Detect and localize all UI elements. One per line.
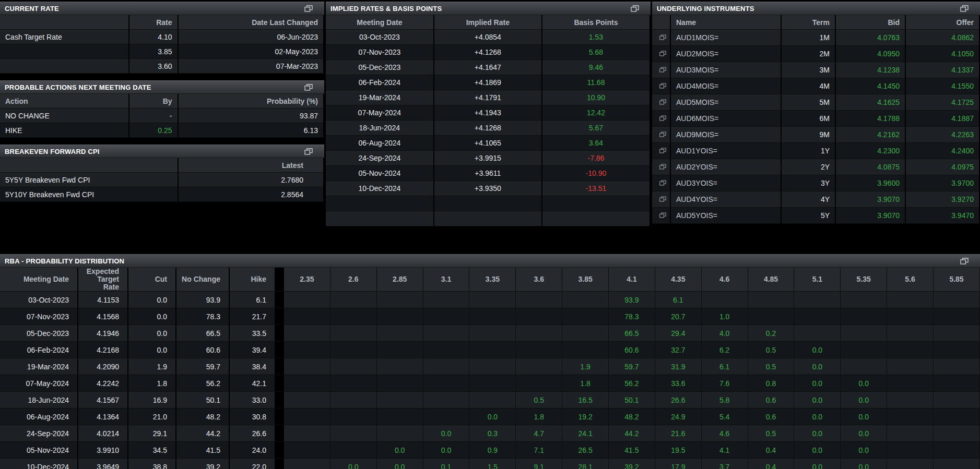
table-row[interactable]: AUD1MOIS=1M4.07634.0862: [652, 30, 980, 46]
cell-meeting_date: 03-Oct-2023: [326, 30, 434, 45]
cell-bucket: [516, 375, 562, 392]
table-row[interactable]: 05-Nov-2024+3.9611-10.90: [326, 166, 651, 181]
table-row[interactable]: 18-Jun-20244.156716.950.133.00.516.550.1…: [0, 392, 980, 408]
cell-bucket: [377, 358, 423, 375]
table-row[interactable]: 06-Feb-2024+4.186911.68: [326, 75, 651, 90]
rate-bucket-header: 4.35: [655, 268, 702, 292]
table-row[interactable]: 05-Dec-20234.19460.066.533.566.529.44.00…: [0, 325, 980, 342]
table-row[interactable]: AUD6MOIS=6M4.17884.1887: [652, 111, 980, 127]
table-row[interactable]: 10-Dec-2024+3.9350-13.51: [326, 181, 651, 196]
table-row[interactable]: AUD5YOIS=5Y3.90703.9470: [652, 208, 980, 224]
cell-bucket: [423, 292, 470, 308]
table-row[interactable]: 05-Nov-20243.991034.541.524.00.00.00.97.…: [0, 442, 980, 459]
table-row[interactable]: 07-May-20244.22421.856.242.11.856.233.67…: [0, 375, 980, 392]
cell-basis_points: -10.90: [542, 166, 651, 181]
popout-icon[interactable]: [659, 83, 666, 89]
table-row[interactable]: 3.8502-May-2023: [0, 44, 324, 59]
table-row[interactable]: 24-Sep-2024+3.9915-7.86: [326, 151, 651, 166]
popout-icon[interactable]: [659, 131, 666, 137]
table-row[interactable]: Cash Target Rate4.1006-Jun-2023: [0, 30, 324, 44]
cell-meeting_date: 06-Aug-2024: [326, 136, 434, 151]
cell-expected-target-rate: 4.0214: [78, 425, 128, 442]
column-header-expected-target-rate: Expected Target Rate: [78, 268, 128, 292]
table-row[interactable]: 18-Jun-2024+4.12685.67: [326, 121, 651, 136]
table-row[interactable]: 10-Dec-20243.964938.839.222.00.00.00.11.…: [0, 459, 980, 469]
cell-bucket: [284, 325, 330, 342]
cell-basis_points: 1.53: [542, 30, 651, 45]
table-row[interactable]: 3.6007-Mar-2023: [0, 59, 324, 74]
panel-header[interactable]: IMPLIED RATES & BASIS POINTS: [326, 2, 651, 15]
cell-expected-target-rate: 4.1153: [78, 292, 128, 308]
table-row[interactable]: NO CHANGE-93.87: [0, 109, 324, 123]
cell-bucket: 5.4: [702, 408, 748, 425]
panel-header[interactable]: CURRENT RATE: [0, 2, 324, 15]
popout-icon[interactable]: [659, 51, 666, 56]
cell-bucket: 0.9: [469, 442, 516, 459]
table-row[interactable]: 05-Dec-2023+4.16479.46: [326, 60, 651, 75]
table-row[interactable]: AUD2YOIS=2Y4.08754.0975: [652, 159, 980, 175]
table-row[interactable]: 07-Nov-20234.15680.078.321.778.320.71.0: [0, 308, 980, 325]
popout-icon[interactable]: [304, 5, 313, 12]
table-row[interactable]: 06-Aug-2024+4.10653.64: [326, 136, 651, 151]
cell-bucket: [934, 375, 980, 392]
popout-icon[interactable]: [659, 99, 666, 105]
cell-bucket: 66.5: [609, 325, 655, 342]
popout-icon[interactable]: [631, 5, 639, 12]
table-row[interactable]: AUD3YOIS=3Y3.96003.9700: [652, 175, 980, 191]
popout-icon[interactable]: [659, 148, 666, 153]
table-row[interactable]: AUD3MOIS=3M4.12384.1337: [652, 62, 980, 78]
cell-no-change: 60.6: [176, 342, 230, 358]
cell-basis_points: 3.64: [542, 136, 651, 151]
popout-icon[interactable]: [659, 67, 666, 73]
table-row[interactable]: 19-Mar-20244.20901.959.738.41.959.731.96…: [0, 358, 980, 375]
table-row[interactable]: AUD4YOIS=4Y3.90703.9270: [652, 191, 980, 208]
cell-offer: 3.9270: [906, 191, 980, 208]
panel-header[interactable]: PROBABLE ACTIONS NEXT MEETING DATE: [0, 80, 324, 94]
popout-icon[interactable]: [659, 180, 666, 186]
cell-name: AUD4YOIS=: [671, 191, 782, 208]
table-row[interactable]: 07-Nov-2023+4.12685.68: [326, 45, 651, 60]
cell-cut: 16.9: [128, 392, 176, 408]
cell-date_last_changed: 06-Jun-2023: [179, 30, 324, 44]
popout-icon[interactable]: [659, 196, 666, 202]
cell-term: 6M: [782, 111, 836, 127]
popout-icon[interactable]: [659, 34, 666, 40]
cell-bid: 4.1450: [836, 78, 906, 94]
panel-header[interactable]: BREAKEVEN FORWARD CPI: [0, 145, 324, 158]
cell-offer: 4.0975: [906, 159, 980, 175]
table-row[interactable]: 5Y10Y Breakeven Fwd CPI2.8564: [0, 187, 324, 202]
panel-header[interactable]: UNDERLYING INSTRUMENTS: [652, 2, 980, 15]
panel-header[interactable]: RBA - PROBABILITY DISTRIBUTION: [0, 254, 980, 268]
popout-icon[interactable]: [659, 212, 666, 218]
cell-no-change: 56.2: [176, 375, 230, 392]
popout-icon[interactable]: [659, 115, 666, 121]
column-header-meeting-date: Meeting Date: [0, 268, 78, 292]
table-row[interactable]: AUD4MOIS=4M4.14504.1550: [652, 78, 980, 94]
cell-implied_rate: +4.1065: [434, 136, 542, 151]
popout-icon[interactable]: [960, 258, 969, 264]
popout-icon[interactable]: [960, 5, 969, 12]
table-row[interactable]: 19-Mar-2024+4.179110.90: [326, 90, 651, 105]
cell-implied_rate: +4.1268: [434, 121, 542, 136]
popout-icon[interactable]: [304, 148, 313, 155]
popout-icon[interactable]: [659, 164, 666, 170]
table-row[interactable]: AUD2MOIS=2M4.09504.1050: [652, 46, 980, 62]
cell-meeting_date: 24-Sep-2024: [326, 151, 434, 166]
table-row[interactable]: AUD1YOIS=1Y4.23004.2400: [652, 143, 980, 159]
table-row[interactable]: HIKE0.256.13: [0, 123, 324, 138]
spacer-cell: [276, 442, 284, 459]
cell-meeting-date: 18-Jun-2024: [0, 392, 78, 408]
cell-basis_points: [542, 211, 651, 226]
table-row[interactable]: 03-Oct-20234.11530.093.96.193.96.1: [0, 292, 980, 308]
table-row[interactable]: 24-Sep-20244.021429.144.226.60.00.34.724…: [0, 425, 980, 442]
table-row[interactable]: 03-Oct-2023+4.08541.53: [326, 30, 651, 45]
table-row[interactable]: 07-May-2024+4.194312.42: [326, 105, 651, 121]
column-header-bid: Bid: [836, 15, 906, 30]
popout-icon[interactable]: [304, 84, 313, 91]
table-row[interactable]: 5Y5Y Breakeven Fwd CPI2.7680: [0, 173, 324, 187]
table-row[interactable]: 06-Aug-20244.136421.048.230.80.01.819.24…: [0, 408, 980, 425]
cell-bucket: [934, 425, 980, 442]
table-row[interactable]: AUD9MOIS=9M4.21624.2263: [652, 127, 980, 143]
table-row[interactable]: 06-Feb-20244.21680.060.639.460.632.76.20…: [0, 342, 980, 358]
table-row[interactable]: AUD5MOIS=5M4.16254.1725: [652, 94, 980, 111]
